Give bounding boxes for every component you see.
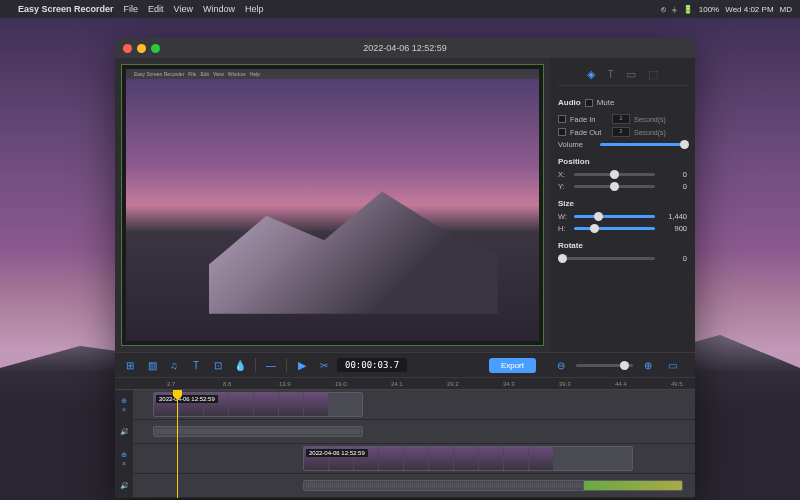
clock[interactable]: Wed 4:02 PM	[725, 5, 773, 14]
size-label: Size	[558, 199, 687, 208]
rotate-slider[interactable]	[558, 257, 655, 260]
battery-percent: 100%	[699, 5, 719, 14]
wifi-icon[interactable]: ⏚	[672, 5, 677, 14]
record-icon[interactable]: ⊡	[209, 356, 227, 374]
timeline: 2.7 8.8 13.9 19.0 24.1 29.2 34.3 39.3 44…	[115, 378, 695, 498]
lock-icon[interactable]: ⊕	[121, 397, 127, 405]
audio-track-1[interactable]: 🔊	[115, 420, 695, 444]
text-icon[interactable]: T	[187, 356, 205, 374]
fadeout-checkbox[interactable]	[558, 128, 566, 136]
fadeout-input[interactable]: 2	[612, 127, 630, 137]
audio-track-2[interactable]: 🔊	[115, 474, 695, 498]
fit-icon[interactable]: ▭	[663, 356, 681, 374]
window-title: 2022-04-06 12:52:59	[363, 43, 447, 53]
menu-view[interactable]: View	[174, 4, 193, 14]
ruler-mark: 29.2	[447, 381, 459, 387]
fadein-input[interactable]: 2	[612, 114, 630, 124]
h-label: H:	[558, 224, 570, 233]
ruler-mark: 24.1	[391, 381, 403, 387]
cut-icon[interactable]: ✂	[315, 356, 333, 374]
media-icon[interactable]: ⊞	[121, 356, 139, 374]
rotate-value: 0	[659, 254, 687, 263]
ruler-mark: 8.8	[223, 381, 231, 387]
separator	[286, 358, 287, 372]
ruler[interactable]: 2.7 8.8 13.9 19.0 24.1 29.2 34.3 39.3 44…	[115, 378, 695, 390]
music-icon[interactable]: ♫	[165, 356, 183, 374]
tracks-area[interactable]: ⊕× 2022-04-06 12:52:59 🔊 ⊕× 2022-04-	[115, 390, 695, 498]
panel-tabs: ◈ T ▭ ⬚	[558, 64, 687, 86]
x-slider[interactable]	[574, 173, 655, 176]
menu-help[interactable]: Help	[245, 4, 264, 14]
ruler-mark: 34.3	[503, 381, 515, 387]
user-initials[interactable]: MD	[780, 5, 792, 14]
clip-label: 2022-04-06 12:52:59	[156, 395, 218, 403]
close-track-icon[interactable]: ×	[122, 406, 126, 413]
w-slider[interactable]	[574, 215, 655, 218]
drop-icon[interactable]: 💧	[231, 356, 249, 374]
speaker-icon[interactable]: 🔊	[120, 482, 129, 490]
w-value: 1,440	[659, 212, 687, 221]
tab-text-icon[interactable]: T	[607, 68, 614, 81]
zoom-slider[interactable]	[576, 364, 633, 367]
macos-menubar: Easy Screen Recorder File Edit View Wind…	[0, 0, 800, 18]
titlebar[interactable]: 2022-04-06 12:52:59	[115, 38, 695, 58]
volume-slider[interactable]	[600, 143, 687, 146]
tab-effects-icon[interactable]: ⬚	[648, 68, 658, 81]
y-slider[interactable]	[574, 185, 655, 188]
tab-transform-icon[interactable]: ◈	[587, 68, 595, 81]
properties-panel: ◈ T ▭ ⬚ Audio Mute Fade In 2 Second(s)	[550, 58, 695, 352]
image-icon[interactable]: ▧	[143, 356, 161, 374]
time-display: 00:00:03.7	[337, 358, 407, 372]
close-track-icon[interactable]: ×	[122, 460, 126, 467]
export-button[interactable]: Export	[489, 358, 536, 373]
w-label: W:	[558, 212, 570, 221]
battery-icon[interactable]: 🔋	[683, 5, 693, 14]
volume-label: Volume	[558, 140, 596, 149]
recorded-menubar: Easy Screen RecorderFileEditViewWindowHe…	[126, 69, 539, 79]
mute-label: Mute	[597, 98, 615, 107]
rotate-label: Rotate	[558, 241, 687, 250]
maximize-button[interactable]	[151, 44, 160, 53]
fadeout-unit: Second(s)	[634, 129, 666, 136]
y-value: 0	[659, 182, 687, 191]
video-clip-2[interactable]: 2022-04-06 12:52:59	[303, 446, 633, 471]
x-label: X:	[558, 170, 570, 179]
video-track-2[interactable]: ⊕× 2022-04-06 12:52:59	[115, 444, 695, 474]
speaker-icon[interactable]: 🔊	[120, 428, 129, 436]
y-label: Y:	[558, 182, 570, 191]
menu-edit[interactable]: Edit	[148, 4, 164, 14]
zoom-in-icon[interactable]: ⊕	[639, 356, 657, 374]
fadeout-label: Fade Out	[570, 128, 608, 137]
minus-icon[interactable]: —	[262, 356, 280, 374]
fadein-unit: Second(s)	[634, 116, 666, 123]
toolbar: ⊞ ▧ ♫ T ⊡ 💧 — ▶ ✂ 00:00:03.7 Export ⊖ ⊕ …	[115, 352, 695, 378]
separator	[255, 358, 256, 372]
menu-window[interactable]: Window	[203, 4, 235, 14]
zoom-out-icon[interactable]: ⊖	[552, 356, 570, 374]
fadein-label: Fade In	[570, 115, 608, 124]
clip-label: 2022-04-06 12:52:59	[306, 449, 368, 457]
playhead[interactable]	[177, 390, 178, 498]
ruler-mark: 13.9	[279, 381, 291, 387]
video-track-1[interactable]: ⊕× 2022-04-06 12:52:59	[115, 390, 695, 420]
audio-clip-3[interactable]	[583, 480, 683, 491]
ruler-mark: 2.7	[167, 381, 175, 387]
ruler-mark: 39.3	[559, 381, 571, 387]
video-clip-1[interactable]: 2022-04-06 12:52:59	[153, 392, 363, 417]
x-value: 0	[659, 170, 687, 179]
preview-frame: Easy Screen RecorderFileEditViewWindowHe…	[126, 69, 539, 341]
h-slider[interactable]	[574, 227, 655, 230]
preview-canvas[interactable]: Easy Screen RecorderFileEditViewWindowHe…	[121, 64, 544, 346]
tab-crop-icon[interactable]: ▭	[626, 68, 636, 81]
minimize-button[interactable]	[137, 44, 146, 53]
play-button[interactable]: ▶	[293, 356, 311, 374]
lock-icon[interactable]: ⊕	[121, 451, 127, 459]
close-button[interactable]	[123, 44, 132, 53]
h-value: 900	[659, 224, 687, 233]
mute-checkbox[interactable]	[585, 99, 593, 107]
audio-label: Audio	[558, 98, 581, 107]
control-center-icon[interactable]: ⎋	[661, 5, 666, 14]
menu-file[interactable]: File	[124, 4, 139, 14]
audio-clip-1[interactable]	[153, 426, 363, 437]
fadein-checkbox[interactable]	[558, 115, 566, 123]
